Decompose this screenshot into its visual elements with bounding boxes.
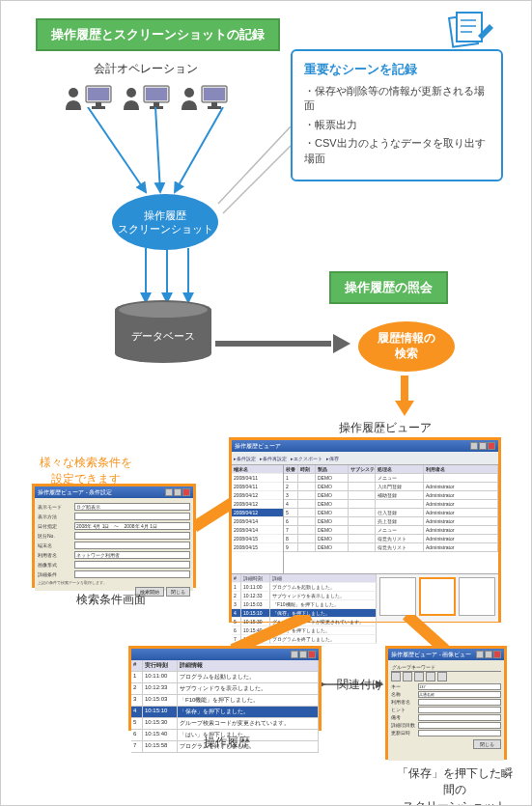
svg-rect-17	[204, 88, 225, 100]
history-header: #実行時刻詳細情報	[131, 660, 319, 672]
field-label: 詳細項目数	[391, 722, 418, 729]
form-field: 詳細項目数	[391, 722, 501, 729]
database-label: データベース	[131, 329, 195, 344]
field-label: 日付指定	[38, 523, 74, 529]
mock-search-window: 操作履歴ビューア - 条件設定 表示モードログ順表示表示方法日付指定2008年 …	[32, 484, 196, 588]
detail-row: 510:15:30グループ検索コードが変更されています。	[232, 618, 377, 626]
side-row: 2008/04/15	[232, 543, 283, 552]
field-label: 端末名	[38, 542, 74, 548]
field-label: 画像形式	[38, 562, 74, 568]
callout-item: 帳票出力	[304, 118, 490, 132]
annotation-search-conditions: 様々な検索条件を設定できます	[40, 455, 132, 487]
titlebar: 操作履歴ビューア - 条件設定	[35, 486, 193, 498]
detail-grid: #詳細時刻詳細110:11:00プログラムを起動しました。210:12:33サブ…	[232, 574, 377, 622]
field-input	[418, 707, 501, 713]
side-list: 端末名2008/04/112008/04/112008/04/122008/04…	[232, 465, 284, 573]
titlebar	[131, 649, 319, 660]
svg-line-21	[155, 107, 160, 192]
toolbar-item: ▸エクスポート	[291, 456, 322, 461]
orange-l2: 検索	[395, 347, 418, 362]
field-input: 共通名称	[418, 691, 501, 698]
field-input	[74, 532, 190, 540]
field-input	[418, 722, 501, 729]
grid-row: 6DEMO売上登録Administrator	[284, 517, 498, 526]
thumbnail-pane	[377, 574, 498, 622]
caption-screenshot: 「保存」を押下した瞬間のスクリーンショット	[397, 765, 513, 806]
history-row: 310:15:03「F10機能」を押下しました。	[131, 695, 319, 707]
callout-item: CSV出力のようなデータを取り出す場面	[304, 136, 490, 166]
side-row: 2008/04/12	[232, 500, 283, 509]
badge-recording: 操作履歴とスクリーンショットの記録	[36, 18, 280, 51]
svg-rect-13	[154, 102, 159, 106]
mock-screenshot-window: 操作履歴ビューア - 画像ビュー グループキーワードキー137名称共通名称利用者…	[385, 646, 507, 760]
form-field: 利用者名	[391, 699, 501, 706]
side-header: 端末名	[232, 465, 283, 474]
button: 閉じる	[166, 587, 190, 597]
form-field: 区分No.	[38, 532, 190, 540]
orange-l1: 履歴情報の	[378, 331, 435, 347]
grid-row: 9DEMO得意先リストAdministrator	[284, 543, 498, 552]
field-label: ヒント	[391, 707, 418, 713]
side-row: 2008/04/14	[232, 526, 283, 535]
field-input	[74, 561, 190, 569]
callout-pointer	[213, 126, 300, 223]
svg-point-15	[184, 88, 194, 97]
toolbar-item: ▸条件再設定	[260, 456, 287, 461]
callout-title: 重要なシーンを記録	[304, 61, 490, 78]
detail-header: #詳細時刻詳細	[232, 574, 377, 583]
form-field: キー137	[391, 683, 501, 690]
database-icon: データベース	[115, 300, 211, 368]
field-label: 表示方法	[38, 514, 74, 519]
field-label: キー	[391, 683, 418, 690]
side-row: 2008/04/15	[232, 535, 283, 543]
svg-rect-8	[96, 102, 101, 106]
toolbar	[391, 672, 501, 681]
grid-header: 枝番時刻製品サブシステム名処理名利用者名	[284, 465, 498, 474]
operator-unit	[122, 85, 170, 110]
field-label: 詳細条件	[38, 571, 74, 577]
document-pen-icon	[445, 11, 493, 49]
window-buttons	[469, 442, 495, 451]
tab-label: グループキーワード	[391, 663, 501, 672]
monitor-icon	[201, 85, 228, 110]
field-label: 更新日時	[391, 730, 418, 737]
history-row: 510:15:30グループ検索コードが変更されています。	[131, 718, 319, 730]
svg-rect-7	[88, 88, 109, 100]
accounting-operation: 会計オペレーション	[49, 61, 242, 110]
operator-unit	[180, 85, 228, 110]
operator-unit	[64, 85, 112, 110]
window-title: 操作履歴ビューア	[235, 442, 281, 451]
field-label: 備考	[391, 714, 418, 721]
grid-row: 3DEMO補助登録Administrator	[284, 491, 498, 500]
grid-row: 1DEMOメニュー	[284, 474, 498, 483]
titlebar: 操作履歴ビューア	[232, 440, 498, 452]
arrow-search-to-viewer	[395, 375, 414, 416]
person-icon	[180, 87, 199, 110]
history-row: 110:11:00プログラムを起動しました。	[131, 672, 319, 683]
svg-rect-9	[92, 106, 105, 109]
arrow-db-to-search	[215, 334, 350, 353]
svg-point-5	[69, 88, 78, 97]
field-label: 区分No.	[38, 533, 74, 539]
badge-inquiry: 操作履歴の照会	[329, 271, 448, 304]
caption-history: 操作履歴	[204, 735, 250, 751]
svg-rect-18	[211, 102, 217, 106]
person-icon	[64, 87, 83, 110]
toolbar-item: ▸保存	[326, 456, 339, 461]
field-input	[74, 542, 190, 549]
mock-viewer-window: 操作履歴ビューア ▸条件設定▸条件再設定▸エクスポート▸保存 端末名2008/0…	[229, 437, 501, 623]
window-title	[134, 652, 136, 657]
grid-row: 7DEMOメニューAdministrator	[284, 526, 498, 535]
window-buttons	[475, 651, 501, 659]
window-title: 操作履歴ビューア - 条件設定	[38, 488, 112, 497]
grid-row: 8DEMO得意先リストAdministrator	[284, 535, 498, 543]
toolbar: ▸条件設定▸条件再設定▸エクスポート▸保存	[232, 452, 498, 465]
callout-item: 保存や削除等の情報が更新される場面	[304, 84, 490, 114]
detail-row: 610:15:40「はい」を押下しました。	[232, 626, 377, 635]
svg-point-10	[126, 88, 136, 97]
field-input	[418, 699, 501, 706]
form-field: 表示方法	[38, 513, 190, 520]
side-row: 2008/04/12	[232, 509, 283, 517]
main-grid: 枝番時刻製品サブシステム名処理名利用者名1DEMOメニュー2DEMO入出門登録A…	[284, 465, 498, 573]
monitor-icon	[143, 85, 170, 110]
